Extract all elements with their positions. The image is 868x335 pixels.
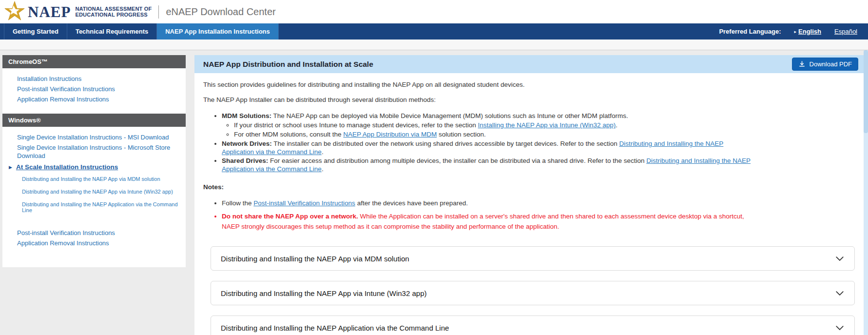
selected-language-arrow-icon: ▸ bbox=[794, 29, 797, 34]
sub-header-strip bbox=[0, 39, 868, 50]
sidebar-section-chromeos: ChromeOS™ bbox=[2, 55, 186, 68]
sidebar: ChromeOS™ Installation Instructions Post… bbox=[2, 55, 186, 267]
bullet-mdm-solutions: MDM Solutions: The NAEP App can be deplo… bbox=[222, 112, 755, 138]
main-panel-header: NAEP App Distribution and Installation a… bbox=[194, 55, 864, 73]
naep-logo[interactable]: NAEP NATIONAL ASSESSMENT OF EDUCATIONAL … bbox=[2, 0, 152, 23]
download-pdf-button[interactable]: Download PDF bbox=[792, 58, 858, 71]
language-espanol-link[interactable]: Español bbox=[834, 28, 857, 35]
accordion-mdm-solution[interactable]: Distributing and Installing the NAEP App… bbox=[211, 246, 855, 271]
page-scrollbar[interactable] bbox=[864, 50, 868, 335]
mdm-sub-list: If your district or school uses Intune t… bbox=[222, 121, 755, 138]
app-header: NAEP NATIONAL ASSESSMENT OF EDUCATIONAL … bbox=[0, 0, 868, 23]
tab-getting-started[interactable]: Getting Started bbox=[4, 23, 67, 39]
naep-star-icon bbox=[2, 0, 27, 23]
main-panel: NAEP App Distribution and Installation a… bbox=[194, 55, 864, 335]
chevron-down-icon bbox=[836, 255, 844, 262]
distribution-methods-list: MDM Solutions: The NAEP App can be deplo… bbox=[203, 112, 755, 173]
sidebar-subitem-intune-win32[interactable]: Distributing and Installing the NAEP App… bbox=[22, 189, 182, 195]
note-post-install: Follow the Post-install Verification Ins… bbox=[222, 198, 755, 208]
sidebar-active-row: ▶ At Scale Installation Instructions bbox=[9, 163, 182, 171]
at-scale-sub-links: Distributing and Installing the NAEP App… bbox=[17, 172, 182, 226]
notes-heading: Notes: bbox=[203, 183, 755, 191]
accordion-command-line[interactable]: Distributing and Installing the NAEP App… bbox=[211, 315, 855, 335]
primary-nav: Getting Started Technical Requirements N… bbox=[0, 23, 868, 39]
sidebar-item-single-device-msi[interactable]: Single Device Installation Instructions … bbox=[17, 133, 182, 141]
main-body: This section provides guidelines for dis… bbox=[194, 73, 864, 335]
bullet-network-drives: Network Drives: The installer can be dis… bbox=[222, 139, 755, 156]
sidebar-item-post-install-verification[interactable]: Post-install Verification Instructions bbox=[17, 85, 182, 93]
language-english-link[interactable]: ▸ English bbox=[794, 28, 821, 35]
sidebar-section-windows: Windows® bbox=[2, 114, 186, 127]
sidebar-item-installation-instructions[interactable]: Installation Instructions bbox=[17, 75, 182, 83]
page-title: NAEP App Distribution and Installation a… bbox=[203, 60, 792, 69]
header-divider bbox=[158, 5, 159, 19]
note-warning: Do not share the NAEP App over a network… bbox=[222, 211, 755, 232]
tab-naep-app-installation-instructions[interactable]: NAEP App Installation Instructions bbox=[157, 23, 279, 39]
sidebar-item-at-scale-installation[interactable]: At Scale Installation Instructions bbox=[16, 163, 118, 171]
intro-paragraph-2: The NAEP App Installer can be distribute… bbox=[203, 96, 755, 104]
sidebar-item-windows-post-install-verification[interactable]: Post-install Verification Instructions bbox=[17, 229, 182, 237]
tab-technical-requirements[interactable]: Technical Requirements bbox=[67, 23, 157, 39]
page-content: ChromeOS™ Installation Instructions Post… bbox=[0, 50, 868, 335]
download-icon bbox=[798, 60, 806, 68]
link-naep-app-distribution-via-mdm[interactable]: NAEP App Distribution via MDM bbox=[343, 131, 437, 138]
chromeos-links: Installation Instructions Post-install V… bbox=[2, 68, 186, 114]
intro-paragraph-1: This section provides guidelines for dis… bbox=[203, 80, 755, 89]
preferred-language-label: Preferred Language: bbox=[719, 28, 781, 35]
accordion-group: Distributing and Installing the NAEP App… bbox=[211, 246, 855, 335]
language-switcher: Preferred Language: ▸ English Español bbox=[719, 23, 868, 39]
naep-wordmark: NAEP bbox=[28, 4, 71, 20]
sidebar-item-single-device-ms-store[interactable]: Single Device Installation Instructions … bbox=[17, 143, 182, 160]
sidebar-subitem-command-line[interactable]: Distributing and Installing the NAEP App… bbox=[22, 201, 182, 213]
sidebar-subitem-mdm-solution[interactable]: Distributing and Installing the NAEP App… bbox=[22, 176, 182, 182]
sub-bullet-other-mdm: For other MDM solutions, consult the NAE… bbox=[234, 130, 755, 138]
bullet-shared-drives: Shared Drives: For easier access and dis… bbox=[222, 157, 755, 173]
sub-bullet-intune: If your district or school uses Intune t… bbox=[234, 121, 755, 129]
chevron-down-icon bbox=[836, 290, 844, 297]
sidebar-item-application-removal[interactable]: Application Removal Instructions bbox=[17, 95, 182, 103]
link-post-install-verification[interactable]: Post-install Verification Instructions bbox=[253, 199, 355, 207]
link-installing-naep-app-via-intune[interactable]: Installing the NAEP App via Intune (Win3… bbox=[478, 121, 616, 129]
accordion-intune-win32[interactable]: Distributing and Installing the NAEP App… bbox=[211, 281, 855, 305]
windows-links: Single Device Installation Instructions … bbox=[2, 127, 186, 257]
main-text: This section provides guidelines for dis… bbox=[203, 80, 855, 232]
active-item-arrow-icon: ▶ bbox=[9, 165, 12, 170]
nav-tabs: Getting Started Technical Requirements N… bbox=[4, 23, 279, 39]
chevron-down-icon bbox=[836, 324, 844, 332]
notes-list: Follow the Post-install Verification Ins… bbox=[203, 198, 755, 232]
scrollbar-thumb[interactable] bbox=[864, 50, 868, 133]
site-title: eNAEP Download Center bbox=[166, 6, 275, 18]
naep-tagline: NATIONAL ASSESSMENT OF EDUCATIONAL PROGR… bbox=[75, 6, 152, 18]
sidebar-item-windows-application-removal[interactable]: Application Removal Instructions bbox=[17, 239, 182, 247]
